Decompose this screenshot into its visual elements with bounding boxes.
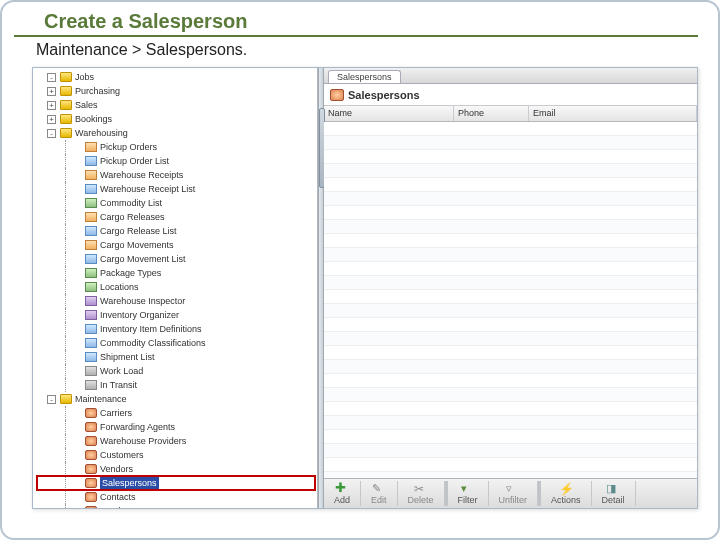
- navigation-tree[interactable]: -Jobs+Purchasing+Sales+Bookings-Warehous…: [33, 68, 318, 508]
- toggle-icon[interactable]: [72, 143, 81, 152]
- toggle-icon[interactable]: [72, 353, 81, 362]
- table-row[interactable]: [324, 178, 697, 192]
- toggle-icon[interactable]: [72, 507, 81, 509]
- toggle-icon[interactable]: [72, 465, 81, 474]
- tree-item-cargo-releases[interactable]: Cargo Releases: [37, 210, 315, 224]
- toggle-icon[interactable]: [72, 185, 81, 194]
- tree-item-forwarding-agents[interactable]: Forwarding Agents: [37, 420, 315, 434]
- tree-item-jobs[interactable]: -Jobs: [37, 70, 315, 84]
- toggle-icon[interactable]: [72, 381, 81, 390]
- tree-item-customers[interactable]: Customers: [37, 448, 315, 462]
- tree-item-warehouse-inspector[interactable]: Warehouse Inspector: [37, 294, 315, 308]
- toggle-icon[interactable]: [72, 171, 81, 180]
- toggle-icon[interactable]: [72, 213, 81, 222]
- table-row[interactable]: [324, 444, 697, 458]
- toggle-icon[interactable]: +: [47, 115, 56, 124]
- table-row[interactable]: [324, 416, 697, 430]
- delete-button[interactable]: ✂ Delete: [398, 481, 445, 506]
- column-name[interactable]: Name: [324, 106, 454, 121]
- toggle-icon[interactable]: -: [47, 129, 56, 138]
- tree-item-commodity-classifications[interactable]: Commodity Classifications: [37, 336, 315, 350]
- tree-item-carriers[interactable]: Carriers: [37, 406, 315, 420]
- tree-item-locations[interactable]: Locations: [37, 280, 315, 294]
- toggle-icon[interactable]: [72, 325, 81, 334]
- filter-button[interactable]: ▾ Filter: [445, 481, 489, 506]
- tree-item-pickup-order-list[interactable]: Pickup Order List: [37, 154, 315, 168]
- table-row[interactable]: [324, 150, 697, 164]
- table-row[interactable]: [324, 234, 697, 248]
- column-email[interactable]: Email: [529, 106, 697, 121]
- toggle-icon[interactable]: [72, 269, 81, 278]
- table-row[interactable]: [324, 220, 697, 234]
- edit-button[interactable]: ✎ Edit: [361, 481, 398, 506]
- tree-item-inventory-organizer[interactable]: Inventory Organizer: [37, 308, 315, 322]
- table-row[interactable]: [324, 332, 697, 346]
- toggle-icon[interactable]: [72, 227, 81, 236]
- tree-item-purchasing[interactable]: +Purchasing: [37, 84, 315, 98]
- tree-item-cargo-movements[interactable]: Cargo Movements: [37, 238, 315, 252]
- grid-body[interactable]: [324, 122, 697, 478]
- detail-button[interactable]: ◨ Detail: [592, 481, 636, 506]
- toggle-icon[interactable]: [72, 157, 81, 166]
- tree-item-warehouse-providers[interactable]: Warehouse Providers: [37, 434, 315, 448]
- toggle-icon[interactable]: [72, 297, 81, 306]
- toggle-icon[interactable]: [72, 479, 81, 488]
- table-row[interactable]: [324, 388, 697, 402]
- table-row[interactable]: [324, 248, 697, 262]
- table-row[interactable]: [324, 402, 697, 416]
- tree-item-sales[interactable]: +Sales: [37, 98, 315, 112]
- toggle-icon[interactable]: [72, 423, 81, 432]
- tree-item-commodity-list[interactable]: Commodity List: [37, 196, 315, 210]
- add-button[interactable]: ✚ Add: [324, 481, 361, 506]
- toggle-icon[interactable]: [72, 339, 81, 348]
- tab-salespersons[interactable]: Salespersons: [328, 70, 401, 83]
- table-row[interactable]: [324, 472, 697, 478]
- toggle-icon[interactable]: -: [47, 395, 56, 404]
- toggle-icon[interactable]: +: [47, 87, 56, 96]
- tree-item-salespersons[interactable]: Salespersons: [37, 476, 315, 490]
- table-row[interactable]: [324, 164, 697, 178]
- table-row[interactable]: [324, 290, 697, 304]
- toggle-icon[interactable]: +: [47, 101, 56, 110]
- table-row[interactable]: [324, 262, 697, 276]
- table-row[interactable]: [324, 346, 697, 360]
- table-row[interactable]: [324, 374, 697, 388]
- column-phone[interactable]: Phone: [454, 106, 529, 121]
- toggle-icon[interactable]: -: [47, 73, 56, 82]
- table-row[interactable]: [324, 304, 697, 318]
- tree-item-contacts[interactable]: Contacts: [37, 490, 315, 504]
- toggle-icon[interactable]: [72, 241, 81, 250]
- tree-item-shipment-list[interactable]: Shipment List: [37, 350, 315, 364]
- tree-item-work-load[interactable]: Work Load: [37, 364, 315, 378]
- tree-item-warehouse-receipt-list[interactable]: Warehouse Receipt List: [37, 182, 315, 196]
- table-row[interactable]: [324, 206, 697, 220]
- tree-item-cargo-movement-list[interactable]: Cargo Movement List: [37, 252, 315, 266]
- tree-item-maintenance[interactable]: -Maintenance: [37, 392, 315, 406]
- table-row[interactable]: [324, 318, 697, 332]
- table-row[interactable]: [324, 276, 697, 290]
- tree-item-vendors[interactable]: Vendors: [37, 462, 315, 476]
- tree-item-employees[interactable]: Employees: [37, 504, 315, 508]
- toggle-icon[interactable]: [72, 199, 81, 208]
- tree-item-inventory-item-definitions[interactable]: Inventory Item Definitions: [37, 322, 315, 336]
- tree-item-cargo-release-list[interactable]: Cargo Release List: [37, 224, 315, 238]
- toggle-icon[interactable]: [72, 311, 81, 320]
- toggle-icon[interactable]: [72, 437, 81, 446]
- toggle-icon[interactable]: [72, 255, 81, 264]
- table-row[interactable]: [324, 430, 697, 444]
- tree-item-bookings[interactable]: +Bookings: [37, 112, 315, 126]
- tree-item-warehousing[interactable]: -Warehousing: [37, 126, 315, 140]
- toggle-icon[interactable]: [72, 367, 81, 376]
- tree-item-package-types[interactable]: Package Types: [37, 266, 315, 280]
- tree-item-in-transit[interactable]: In Transit: [37, 378, 315, 392]
- table-row[interactable]: [324, 122, 697, 136]
- toggle-icon[interactable]: [72, 409, 81, 418]
- tree-item-pickup-orders[interactable]: Pickup Orders: [37, 140, 315, 154]
- table-row[interactable]: [324, 458, 697, 472]
- table-row[interactable]: [324, 360, 697, 374]
- table-row[interactable]: [324, 192, 697, 206]
- unfilter-button[interactable]: ▿ Unfilter: [489, 481, 539, 506]
- tree-item-warehouse-receipts[interactable]: Warehouse Receipts: [37, 168, 315, 182]
- table-row[interactable]: [324, 136, 697, 150]
- toggle-icon[interactable]: [72, 493, 81, 502]
